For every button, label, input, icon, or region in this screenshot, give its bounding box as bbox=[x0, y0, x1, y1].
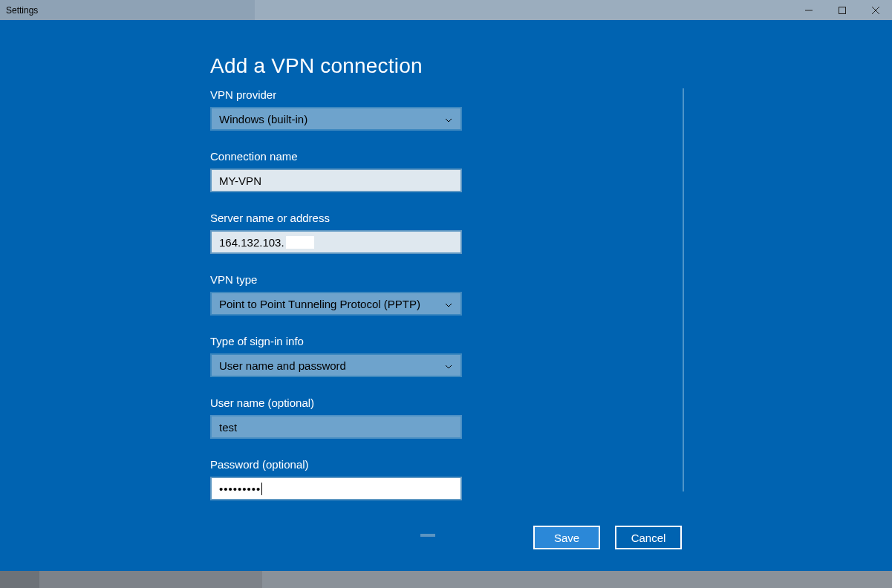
content-area: Add a VPN connection VPN provider Window… bbox=[0, 20, 892, 571]
svg-rect-1 bbox=[839, 7, 845, 13]
server-address-field: Server name or address 164.132.103. bbox=[210, 212, 462, 254]
vpn-form: VPN provider Windows (built-in) Connecti… bbox=[210, 88, 462, 500]
signin-type-dropdown[interactable]: User name and password bbox=[210, 353, 462, 377]
username-input[interactable]: test bbox=[210, 415, 462, 439]
vpn-provider-field: VPN provider Windows (built-in) bbox=[210, 88, 462, 131]
username-value: test bbox=[219, 421, 237, 434]
vpn-type-label: VPN type bbox=[210, 273, 462, 286]
server-address-label: Server name or address bbox=[210, 212, 462, 224]
server-address-input[interactable]: 164.132.103. bbox=[210, 230, 462, 254]
username-field: User name (optional) test bbox=[210, 396, 462, 439]
vpn-type-value: Point to Point Tunneling Protocol (PPTP) bbox=[219, 298, 420, 310]
password-value: ••••••••• bbox=[219, 483, 261, 495]
minimize-button[interactable] bbox=[792, 0, 825, 20]
password-label: Password (optional) bbox=[210, 458, 462, 471]
close-icon bbox=[872, 7, 879, 14]
password-field: Password (optional) ••••••••• bbox=[210, 458, 462, 500]
taskbar-strip bbox=[0, 571, 892, 588]
minimize-icon bbox=[805, 7, 813, 14]
maximize-button[interactable] bbox=[825, 0, 859, 20]
connection-name-field: Connection name MY-VPN bbox=[210, 150, 462, 192]
password-input[interactable]: ••••••••• bbox=[210, 477, 462, 500]
connection-name-input[interactable]: MY-VPN bbox=[210, 169, 462, 192]
vpn-type-field: VPN type Point to Point Tunneling Protoc… bbox=[210, 273, 462, 316]
text-caret bbox=[261, 483, 262, 495]
scrollbar-track[interactable] bbox=[683, 88, 684, 491]
chevron-down-icon bbox=[444, 361, 453, 370]
save-button-label: Save bbox=[554, 532, 579, 544]
vpn-provider-dropdown[interactable]: Windows (built-in) bbox=[210, 107, 462, 131]
window-title: Settings bbox=[0, 5, 38, 16]
save-button[interactable]: Save bbox=[533, 526, 600, 549]
signin-type-value: User name and password bbox=[219, 359, 346, 372]
connection-name-label: Connection name bbox=[210, 150, 462, 163]
cancel-button[interactable]: Cancel bbox=[615, 526, 682, 549]
vpn-provider-label: VPN provider bbox=[210, 88, 462, 101]
close-button[interactable] bbox=[859, 0, 892, 20]
page-title: Add a VPN connection bbox=[210, 54, 423, 78]
vpn-provider-value: Windows (built-in) bbox=[219, 113, 307, 125]
connection-name-value: MY-VPN bbox=[219, 174, 261, 187]
signin-type-label: Type of sign-in info bbox=[210, 335, 462, 347]
cancel-button-label: Cancel bbox=[631, 532, 666, 544]
button-row: Save Cancel bbox=[533, 526, 682, 549]
server-redact-block bbox=[286, 236, 314, 249]
server-address-value: 164.132.103. bbox=[219, 236, 284, 249]
titlebar: Settings bbox=[0, 0, 892, 20]
signin-type-field: Type of sign-in info User name and passw… bbox=[210, 335, 462, 377]
chevron-down-icon bbox=[444, 299, 453, 308]
vpn-type-dropdown[interactable]: Point to Point Tunneling Protocol (PPTP) bbox=[210, 292, 462, 316]
chevron-down-icon bbox=[444, 114, 453, 123]
username-label: User name (optional) bbox=[210, 396, 462, 409]
window-controls bbox=[792, 0, 892, 20]
maximize-icon bbox=[839, 7, 846, 14]
